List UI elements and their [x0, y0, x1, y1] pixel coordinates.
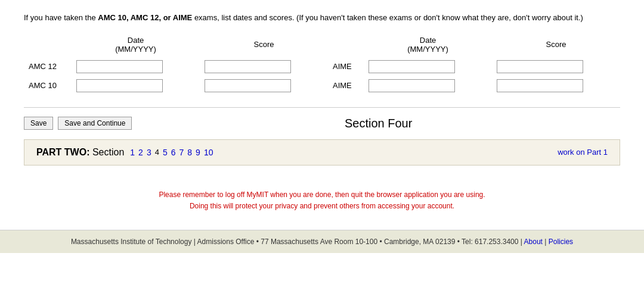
amc12-score-input[interactable] — [205, 60, 291, 73]
footer: Massachusetts Institute of Technology | … — [0, 230, 644, 253]
amc12-label: AMC 12 — [24, 57, 72, 76]
aime2-score-input[interactable] — [497, 79, 583, 92]
section-links: 1 2 3 4 5 6 7 8 9 10 — [130, 148, 213, 157]
section-link-8[interactable]: 8 — [187, 148, 192, 157]
amc10-date-input[interactable] — [76, 79, 163, 92]
section-link-6[interactable]: 6 — [171, 148, 176, 157]
save-button[interactable]: Save — [24, 117, 53, 130]
part-two-label: PART TWO: Section — [36, 147, 124, 158]
policies-link[interactable]: Policies — [549, 238, 573, 246]
col-score-2-header: Score — [492, 36, 620, 57]
footer-separator: | — [544, 238, 546, 246]
col-score-1-header: Score — [200, 36, 328, 57]
privacy-notice: Please remember to log off MyMIT when yo… — [24, 189, 620, 212]
about-link[interactable]: About — [524, 238, 543, 246]
part-two-box: PART TWO: Section 1 2 3 4 5 6 7 8 9 10 w… — [24, 139, 620, 166]
privacy-line-1: Please remember to log off MyMIT when yo… — [24, 189, 620, 201]
aime1-date-input[interactable] — [369, 60, 455, 73]
col-date-2-header: Date(MM/YYYY) — [364, 36, 492, 57]
aime-label-1: AIME — [328, 57, 364, 76]
aime2-date-input[interactable] — [369, 79, 455, 92]
section-title: Section Four — [137, 117, 620, 130]
work-on-part-link[interactable]: work on Part 1 — [558, 148, 608, 157]
aime-label-2: AIME — [328, 76, 364, 95]
amc10-row: AMC 10 AIME — [24, 76, 620, 95]
section-link-9[interactable]: 9 — [196, 148, 200, 157]
section-link-5[interactable]: 5 — [163, 148, 168, 157]
section-link-10[interactable]: 10 — [204, 148, 213, 157]
footer-text: Massachusetts Institute of Technology | … — [71, 238, 522, 246]
section-link-7[interactable]: 7 — [179, 148, 184, 157]
part-two-left: PART TWO: Section 1 2 3 4 5 6 7 8 9 10 — [36, 147, 213, 158]
amc10-label: AMC 10 — [24, 76, 72, 95]
amc10-score-input[interactable] — [205, 79, 291, 92]
divider — [24, 107, 620, 108]
section-link-1[interactable]: 1 — [130, 148, 135, 157]
section-link-3[interactable]: 3 — [147, 148, 151, 157]
exam-table: Date(MM/YYYY) Score Date(MM/YYYY) Score … — [24, 36, 620, 95]
amc12-row: AMC 12 AIME — [24, 57, 620, 76]
aime1-score-input[interactable] — [497, 60, 583, 73]
intro-text: If you have taken the AMC 10, AMC 12, or… — [24, 12, 620, 24]
amc12-date-input[interactable] — [76, 60, 163, 73]
col-date-1-header: Date(MM/YYYY) — [72, 36, 200, 57]
save-continue-button[interactable]: Save and Continue — [58, 117, 132, 130]
controls-row: Save Save and Continue Section Four — [24, 117, 620, 130]
section-link-2[interactable]: 2 — [138, 148, 143, 157]
section-link-4-plain: 4 — [155, 148, 159, 157]
privacy-line-2: Doing this will protect your privacy and… — [24, 201, 620, 212]
